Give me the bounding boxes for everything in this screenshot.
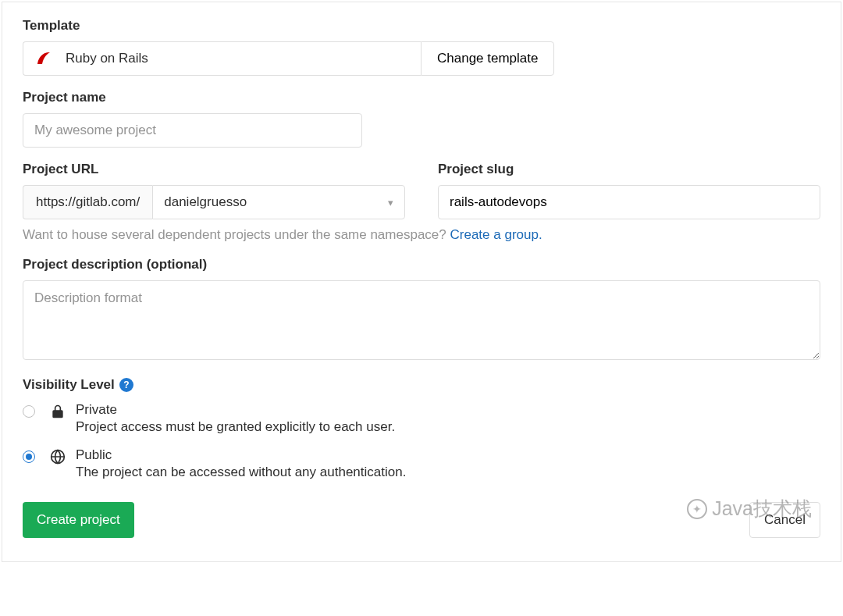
namespace-hint: Want to house several dependent projects… <box>23 227 820 243</box>
namespace-select[interactable]: danielgruesso ▾ <box>152 185 405 219</box>
cancel-button[interactable]: Cancel <box>749 502 820 538</box>
ruby-on-rails-icon <box>36 49 55 68</box>
project-name-input[interactable] <box>23 113 362 148</box>
radio-public[interactable] <box>23 450 35 463</box>
change-template-button[interactable]: Change template <box>421 41 554 76</box>
create-project-button[interactable]: Create project <box>23 502 134 538</box>
project-url-prefix: https://gitlab.com/ <box>23 185 152 219</box>
lock-icon <box>49 403 66 420</box>
visibility-public-content: Public The project can be accessed witho… <box>76 447 820 480</box>
visibility-public-title: Public <box>76 447 820 463</box>
description-input[interactable] <box>23 280 820 360</box>
namespace-selected: danielgruesso <box>164 194 247 210</box>
visibility-private-desc: Project access must be granted explicitl… <box>76 419 820 435</box>
project-url-slug-group: Project URL https://gitlab.com/ danielgr… <box>23 162 820 243</box>
visibility-option-public[interactable]: Public The project can be accessed witho… <box>23 447 820 480</box>
template-selected-name: Ruby on Rails <box>66 51 148 66</box>
visibility-group: Visibility Level ? Private Project acces… <box>23 377 820 480</box>
project-name-label: Project name <box>23 90 820 105</box>
visibility-public-desc: The project can be accessed without any … <box>76 465 820 480</box>
project-slug-col: Project slug <box>438 162 820 219</box>
visibility-label: Visibility Level <box>23 377 115 393</box>
visibility-option-private[interactable]: Private Project access must be granted e… <box>23 402 820 435</box>
project-name-group: Project name <box>23 90 820 148</box>
description-label: Project description (optional) <box>23 257 820 272</box>
template-label: Template <box>23 18 820 34</box>
visibility-private-content: Private Project access must be granted e… <box>76 402 820 435</box>
template-selected: Ruby on Rails <box>23 41 421 76</box>
help-icon[interactable]: ? <box>119 378 133 392</box>
template-group: Template Ruby on Rails Change template <box>23 18 820 76</box>
new-project-form: Template Ruby on Rails Change template P… <box>2 2 841 562</box>
chevron-down-icon: ▾ <box>388 197 393 208</box>
template-row: Ruby on Rails Change template <box>23 41 820 76</box>
globe-icon <box>49 448 66 465</box>
create-group-link[interactable]: Create a group. <box>450 227 542 242</box>
project-url-input-group: https://gitlab.com/ danielgruesso ▾ <box>23 185 405 219</box>
project-url-label: Project URL <box>23 162 405 177</box>
project-slug-input[interactable] <box>438 185 820 219</box>
visibility-label-row: Visibility Level ? <box>23 377 820 393</box>
visibility-private-title: Private <box>76 402 820 418</box>
project-url-col: Project URL https://gitlab.com/ danielgr… <box>23 162 405 219</box>
description-group: Project description (optional) <box>23 257 820 363</box>
namespace-hint-text: Want to house several dependent projects… <box>23 227 450 242</box>
project-slug-label: Project slug <box>438 162 820 177</box>
radio-private[interactable] <box>23 405 35 418</box>
button-row: Create project Cancel <box>23 502 820 538</box>
